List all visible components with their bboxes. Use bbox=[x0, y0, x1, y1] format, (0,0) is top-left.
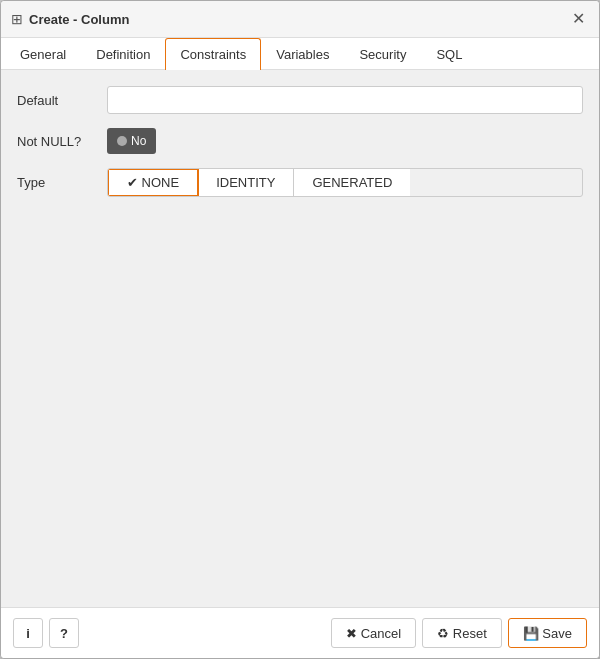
default-input[interactable] bbox=[107, 86, 583, 114]
tab-security[interactable]: Security bbox=[344, 38, 421, 70]
type-identity-button[interactable]: IDENTITY bbox=[198, 169, 294, 196]
not-null-label: Not NULL? bbox=[17, 134, 107, 149]
type-generated-button[interactable]: GENERATED bbox=[294, 169, 410, 196]
help-button[interactable]: ? bbox=[49, 618, 79, 648]
not-null-row: Not NULL? No bbox=[17, 128, 583, 154]
tab-constraints[interactable]: Constraints bbox=[165, 38, 261, 70]
create-column-dialog: ⊞ Create - Column ✕ General Definition C… bbox=[0, 0, 600, 659]
content-area: Default Not NULL? No Type ✔ NONE IDENTIT… bbox=[1, 70, 599, 607]
info-button[interactable]: i bbox=[13, 618, 43, 648]
default-row: Default bbox=[17, 86, 583, 114]
dialog-icon: ⊞ bbox=[11, 11, 23, 27]
toggle-indicator bbox=[117, 136, 127, 146]
default-label: Default bbox=[17, 93, 107, 108]
not-null-toggle[interactable]: No bbox=[107, 128, 156, 154]
save-button[interactable]: 💾 Save bbox=[508, 618, 587, 648]
reset-button[interactable]: ♻ Reset bbox=[422, 618, 502, 648]
type-label: Type bbox=[17, 175, 107, 190]
tab-bar: General Definition Constraints Variables… bbox=[1, 38, 599, 70]
close-button[interactable]: ✕ bbox=[568, 9, 589, 29]
tab-general[interactable]: General bbox=[5, 38, 81, 70]
type-row: Type ✔ NONE IDENTITY GENERATED bbox=[17, 168, 583, 197]
title-bar: ⊞ Create - Column ✕ bbox=[1, 1, 599, 38]
tab-variables[interactable]: Variables bbox=[261, 38, 344, 70]
tab-definition[interactable]: Definition bbox=[81, 38, 165, 70]
cancel-button[interactable]: ✖ Cancel bbox=[331, 618, 416, 648]
type-button-group: ✔ NONE IDENTITY GENERATED bbox=[107, 168, 583, 197]
type-none-button[interactable]: ✔ NONE bbox=[107, 168, 199, 197]
tab-sql[interactable]: SQL bbox=[421, 38, 477, 70]
toggle-value: No bbox=[131, 134, 146, 148]
footer: i ? ✖ Cancel ♻ Reset 💾 Save bbox=[1, 607, 599, 658]
dialog-title: Create - Column bbox=[29, 12, 129, 27]
